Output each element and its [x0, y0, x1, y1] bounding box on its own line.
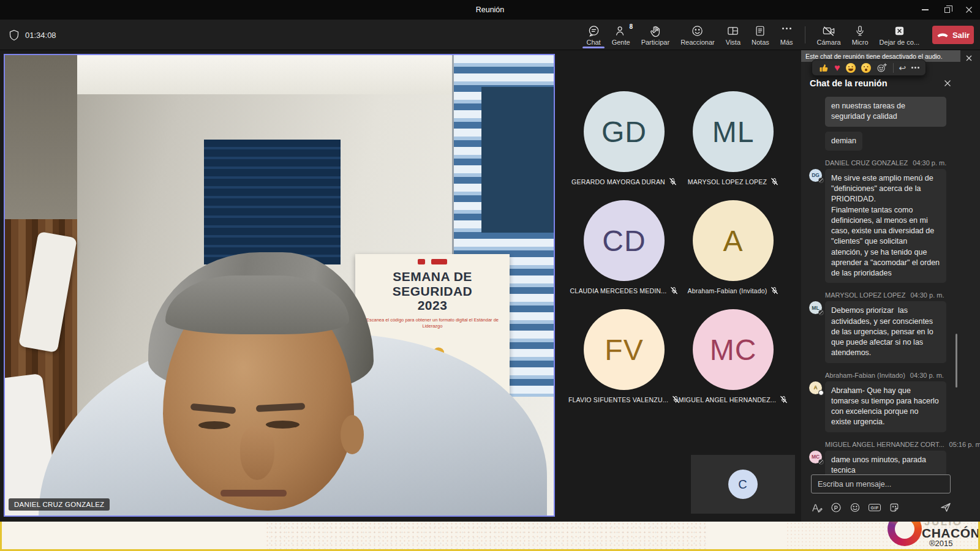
minimize-icon	[922, 9, 929, 10]
message-author: MIGUEL ANGEL HERNANDEZ CORT...	[825, 441, 944, 448]
reaction-popover: ♥ ↩	[812, 59, 926, 76]
poster-subtitle: Escanea el código para obtener un format…	[361, 317, 503, 329]
confetti-pattern	[265, 522, 706, 551]
add-reaction-icon[interactable]	[876, 62, 888, 73]
tab-notas[interactable]: Notas	[746, 20, 775, 50]
avatar: MC	[809, 451, 822, 463]
message-row: A Abraham- Que hay que tomarse su tiempo…	[801, 381, 980, 432]
avatar-initials: A	[723, 224, 743, 258]
close-button[interactable]	[958, 0, 980, 20]
avatar: GD	[584, 91, 665, 172]
muted-mic-icon	[780, 395, 788, 403]
tab-mas[interactable]: Más	[775, 20, 799, 50]
participant-name: MIGUEL ANGEL HERNANDEZ...	[679, 396, 776, 403]
laugh-reaction-icon[interactable]	[846, 63, 856, 73]
participant-tile[interactable]: MC MIGUEL ANGEL HERNANDEZ...	[679, 309, 788, 403]
participant-tile[interactable]: FV FLAVIO SIFUENTES VALENZU...	[570, 309, 679, 403]
chat-close-button[interactable]	[942, 78, 953, 89]
avatar-initials: GD	[601, 115, 647, 149]
main-video-tile[interactable]: SEMANA DE SEGURIDAD 2023 Escanea el códi…	[4, 54, 555, 517]
tab-vista[interactable]: Vista	[720, 20, 746, 50]
avatar: CD	[584, 200, 665, 281]
restore-button[interactable]	[936, 0, 958, 20]
view-grid-icon	[726, 24, 739, 37]
muted-mic-icon	[771, 178, 778, 186]
poster-title-line2: SEGURIDAD	[355, 284, 510, 299]
send-button[interactable]	[940, 501, 952, 513]
participant-tile[interactable]: A Abraham-Fabian (Invitado)	[679, 200, 788, 294]
tab-chat[interactable]: Chat	[581, 20, 606, 50]
loop-icon[interactable]	[831, 502, 842, 513]
participant-name: Abraham-Fabian (Invitado)	[688, 287, 767, 294]
tab-mas-label: Más	[780, 39, 793, 46]
message-header: MIGUEL ANGEL HERNANDEZ CORT... 05:16 p. …	[825, 441, 980, 448]
message-bubble[interactable]: Abraham- Que hay que tomarse su tiempo p…	[825, 381, 946, 432]
phone-down-icon	[937, 32, 949, 38]
message-group: Abraham-Fabian (Invitado) 04:30 p. m. A …	[801, 372, 980, 432]
tab-gente-label: Gente	[612, 39, 630, 46]
close-icon	[965, 54, 973, 62]
message-bubble[interactable]: Me sirve este amplio menú de "definicion…	[825, 169, 946, 283]
poster-logos	[355, 259, 510, 264]
mic-icon	[854, 24, 866, 37]
avatar: DG	[809, 169, 822, 182]
message-group: MARYSOL LOPEZ LOPEZ 04:30 p. m. ML Debem…	[801, 291, 980, 362]
participant-name: MARYSOL LOPEZ LOPEZ	[688, 178, 767, 186]
toolbar-divider	[805, 26, 805, 43]
message-group: demian	[801, 132, 980, 151]
tab-reaccionar[interactable]: Reaccionar	[675, 20, 720, 50]
leave-button[interactable]: Salir	[932, 26, 974, 44]
surprised-reaction-icon[interactable]	[861, 63, 871, 73]
shield-icon	[9, 29, 20, 41]
presence-badge	[818, 459, 824, 465]
message-bubble[interactable]: Debemos priorizar las actividades, y ser…	[825, 301, 946, 362]
message-time: 04:30 p. m.	[913, 159, 946, 167]
muted-mic-icon	[670, 287, 678, 294]
presenter-eye	[266, 421, 300, 429]
raise-hand-icon	[649, 24, 662, 37]
tab-gente[interactable]: 8 Gente	[606, 20, 636, 50]
tab-participar[interactable]: Participar	[636, 20, 675, 50]
message-bubble[interactable]: en nuestras tareas de seguridad y calida…	[825, 97, 946, 127]
reply-icon[interactable]: ↩	[899, 64, 907, 72]
camera-button[interactable]: Cámara	[812, 20, 846, 50]
extra-participant-tile[interactable]: C	[691, 455, 795, 514]
more-options-icon[interactable]	[911, 67, 919, 69]
participant-tile[interactable]: CD CLAUDIA MERCEDES MEDIN...	[570, 200, 679, 294]
emoji-icon[interactable]	[850, 502, 861, 513]
mic-label: Micro	[852, 39, 869, 46]
message-time: 04:30 p. m.	[910, 372, 944, 379]
message-group: DANIEL CRUZ GONZALEZ 04:30 p. m. DG Me s…	[801, 159, 980, 283]
notice-close-button[interactable]	[964, 53, 974, 63]
avatar-initials: CD	[602, 224, 646, 258]
message-bubble[interactable]: demian	[825, 132, 862, 151]
gif-icon[interactable]: GIF	[869, 504, 881, 511]
minimize-button[interactable]	[914, 0, 936, 20]
presenter-ear	[341, 415, 364, 454]
meeting-stage: SEMANA DE SEGURIDAD 2023 Escanea el códi…	[0, 50, 980, 522]
participant-tile[interactable]: ML MARYSOL LOPEZ LOPEZ	[679, 91, 788, 186]
chat-messages: en nuestras tareas de seguridad y calida…	[801, 92, 980, 485]
thumbs-up-icon[interactable]	[818, 62, 829, 73]
tab-participar-label: Participar	[641, 39, 669, 46]
camera-off-icon	[822, 24, 835, 37]
notes-icon	[754, 24, 766, 37]
message-time: 04:30 p. m.	[910, 291, 944, 299]
chat-header: Chat de la reunión	[810, 77, 971, 90]
chat-scrollbar[interactable]	[956, 334, 957, 388]
heart-reaction-icon[interactable]: ♥	[834, 63, 840, 73]
mic-button[interactable]: Micro	[846, 20, 874, 50]
stop-sharing-button[interactable]: Dejar de co...	[874, 20, 925, 50]
format-icon[interactable]	[811, 502, 823, 513]
participant-name: GERARDO MAYORGA DURAN	[571, 178, 665, 186]
presence-badge	[818, 178, 824, 183]
avatar-initials: FV	[605, 333, 643, 367]
message-input[interactable]	[811, 474, 951, 493]
sticker-icon[interactable]	[889, 502, 900, 513]
message-header: DANIEL CRUZ GONZALEZ 04:30 p. m.	[825, 159, 980, 167]
message-header: MARYSOL LOPEZ LOPEZ 04:30 p. m.	[825, 291, 980, 299]
window-titlebar: Reunión	[0, 0, 980, 20]
popover-divider	[893, 63, 894, 73]
participant-tile[interactable]: GD GERARDO MAYORGA DURAN	[570, 91, 679, 186]
avatar: C	[728, 470, 758, 499]
